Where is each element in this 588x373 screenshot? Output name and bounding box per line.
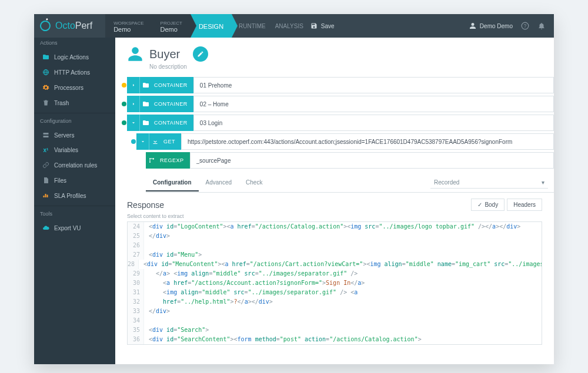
expand-toggle[interactable] — [127, 77, 140, 93]
code-line[interactable]: 35<div id="Search"> — [128, 325, 542, 335]
bell-icon[interactable] — [537, 22, 546, 30]
extractor-name[interactable] — [190, 152, 554, 169]
sidebar-item-logic-actions[interactable]: Logic Actions — [34, 49, 115, 65]
sidebar-item-export-vu[interactable]: Export VU — [34, 220, 115, 236]
sidebar-item-correlation-rules[interactable]: Correlation rules — [34, 157, 115, 173]
vu-description: No description — [115, 63, 554, 70]
action-tree: CONTAINER01 PrehomeCONTAINER02 – HomeCON… — [115, 77, 554, 171]
folder-icon — [42, 53, 49, 61]
sidebar-item-http-actions[interactable]: HTTP Actions — [34, 65, 115, 80]
save-button[interactable]: Save — [310, 22, 335, 29]
expand-toggle[interactable] — [136, 133, 149, 150]
container-node[interactable]: CONTAINER03 Login — [121, 115, 554, 131]
code-line[interactable]: 29 </a> <img align="middle" src="../imag… — [128, 269, 542, 278]
nav-runtime[interactable]: RUNTIME — [239, 23, 266, 29]
sidebar-item-variables[interactable]: x¹Variables — [34, 143, 115, 157]
request-node[interactable]: GET — [131, 133, 554, 150]
download-icon — [149, 138, 161, 145]
tab-configuration[interactable]: Configuration — [146, 174, 199, 191]
nav-analysis[interactable]: ANALYSIS — [275, 23, 303, 29]
code-line[interactable]: 37 <input size="14" name="keyword" type=… — [128, 344, 542, 345]
folder-icon — [140, 82, 152, 89]
chevron-down-icon: ▾ — [542, 179, 544, 186]
breadcrumb-workspace[interactable]: WORKSPACE Demo — [105, 14, 152, 38]
code-line[interactable]: 24<div id="LogoContent"><a href="/action… — [128, 222, 542, 231]
response-panel: Response Body Headers Select content to … — [127, 199, 542, 345]
code-line[interactable]: 27<div id="Menu"> — [128, 250, 542, 260]
container-name[interactable]: 03 Login — [193, 115, 554, 131]
sidebar-item-servers[interactable]: Servers — [34, 127, 115, 143]
node-type-label: CONTAINER — [152, 120, 193, 126]
method-label: GET — [161, 139, 181, 145]
gear-icon — [42, 84, 49, 91]
code-line[interactable]: 34 — [128, 316, 542, 325]
user-avatar-icon — [127, 46, 143, 62]
sidebar-item-label: HTTP Actions — [54, 69, 90, 76]
sidebar-item-trash[interactable]: Trash — [34, 95, 115, 110]
pencil-icon — [197, 51, 204, 58]
sidebar-item-label: Logic Actions — [54, 54, 89, 61]
code-line[interactable]: 33</div> — [128, 307, 542, 316]
body-toggle[interactable]: Body — [471, 199, 505, 211]
svg-point-16 — [149, 162, 151, 163]
folder-icon — [140, 119, 152, 126]
extractor-tabs: ConfigurationAdvancedCheck Recorded ▾ — [146, 173, 554, 193]
node-type-label: CONTAINER — [152, 101, 193, 107]
user-menu[interactable]: Demo Demo — [469, 22, 513, 29]
svg-text:?: ? — [524, 23, 527, 29]
sidebar-item-label: Files — [54, 177, 66, 184]
branch-icon — [146, 157, 158, 164]
request-url[interactable] — [181, 133, 554, 150]
sidebar-item-label: Export VU — [54, 225, 81, 231]
vu-header: Buyer — [115, 38, 554, 67]
globe-icon — [42, 69, 49, 76]
code-line[interactable]: 28<div id="MenuContent"><a href="/action… — [128, 260, 542, 269]
code-line[interactable]: 25</div> — [128, 231, 542, 241]
sidebar-item-files[interactable]: Files — [34, 173, 115, 188]
extractor-name-input[interactable] — [196, 157, 547, 164]
var-icon: x¹ — [42, 147, 49, 153]
code-line[interactable]: 36<div id="SearchContent"><form method="… — [128, 335, 542, 344]
container-name[interactable]: 02 – Home — [193, 96, 554, 112]
logo-icon — [38, 19, 52, 32]
sidebar-item-label: Trash — [54, 100, 69, 106]
headers-toggle[interactable]: Headers — [507, 199, 542, 211]
extractor-node[interactable]: REGEXP — [146, 152, 554, 169]
nav-design[interactable]: DESIGN — [191, 14, 232, 38]
edit-button[interactable] — [193, 46, 208, 62]
code-line[interactable]: 26 — [128, 241, 542, 250]
logo-text: OctoPerf — [55, 21, 92, 31]
tab-check[interactable]: Check — [239, 174, 269, 191]
sidebar: ActionsLogic ActionsHTTP ActionsProcesso… — [34, 38, 115, 364]
topbar: OctoPerf WORKSPACE Demo PROJECT Demo DES… — [34, 14, 554, 38]
recorded-select[interactable]: Recorded ▾ — [430, 177, 548, 189]
response-code[interactable]: 24<div id="LogoContent"><a href="/action… — [127, 221, 542, 345]
response-subtitle: Select content to extract — [127, 213, 542, 219]
sidebar-section-title: Tools — [34, 209, 115, 220]
file-icon — [42, 177, 49, 184]
expand-toggle[interactable] — [127, 115, 140, 131]
sidebar-section-title: Configuration — [34, 116, 115, 127]
folder-icon — [140, 100, 152, 107]
container-node[interactable]: CONTAINER02 – Home — [121, 96, 554, 112]
code-line[interactable]: 30 <a href="/actions/Account.action?sign… — [128, 278, 542, 288]
sidebar-section-title: Actions — [34, 38, 115, 49]
code-line[interactable]: 31 <img align="middle" src="../images/se… — [128, 288, 542, 297]
help-icon[interactable]: ? — [521, 22, 529, 30]
user-icon — [469, 22, 476, 29]
response-title: Response — [127, 200, 164, 210]
sla-icon — [42, 192, 49, 199]
svg-rect-14 — [44, 136, 49, 137]
tab-advanced[interactable]: Advanced — [199, 174, 239, 191]
vu-name: Buyer — [149, 48, 180, 61]
logo[interactable]: OctoPerf — [34, 21, 101, 31]
code-line[interactable]: 32 href="../help.html">?</a></div> — [128, 297, 542, 307]
expand-toggle[interactable] — [127, 96, 140, 112]
sidebar-item-label: Servers — [54, 132, 74, 139]
container-name[interactable]: 01 Prehome — [193, 77, 554, 93]
url-input[interactable] — [188, 139, 547, 145]
sidebar-item-label: SLA Profiles — [54, 193, 86, 199]
sidebar-item-sla-profiles[interactable]: SLA Profiles — [34, 188, 115, 203]
container-node[interactable]: CONTAINER01 Prehome — [121, 77, 554, 93]
sidebar-item-processors[interactable]: Processors — [34, 80, 115, 95]
